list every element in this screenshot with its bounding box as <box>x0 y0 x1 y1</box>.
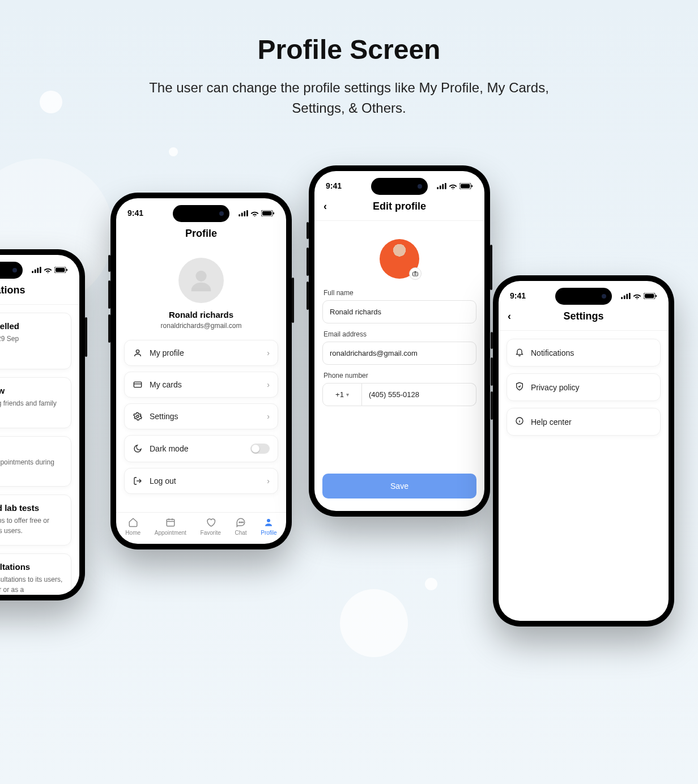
user-icon <box>263 517 274 527</box>
notification-card[interactable]: Discount offers Discounts on booking app… <box>0 436 71 487</box>
menu-label: My profile <box>150 348 260 357</box>
menu-label: Dark mode <box>150 444 244 453</box>
tab-label: Appointment <box>155 530 186 536</box>
chevron-down-icon: ▾ <box>346 391 349 398</box>
notification-card[interactable]: Free or discounted lab tests Collaborate… <box>0 495 71 546</box>
profile-name: Ronald richards <box>124 310 278 319</box>
menu-settings[interactable]: Settings › <box>124 403 278 429</box>
settings-label: Privacy policy <box>531 383 580 392</box>
phone-number-input[interactable]: (405) 555-0128 <box>362 383 476 406</box>
full-name-input[interactable]: Ronald richards <box>322 300 476 323</box>
notification-card[interactable]: Appointment cancelled Appointment cancel… <box>0 313 71 369</box>
chevron-right-icon: › <box>267 380 270 389</box>
svg-point-8 <box>136 350 139 353</box>
status-time: 9:41 <box>326 181 342 190</box>
settings-help[interactable]: Help center <box>507 408 661 436</box>
save-button[interactable]: Save <box>322 474 476 498</box>
tab-label: Profile <box>261 530 276 536</box>
profile-email: ronaldrichards@gmail.com <box>124 322 278 330</box>
screen-header: Edit profile <box>373 201 426 212</box>
user-icon <box>133 348 143 357</box>
chevron-right-icon: › <box>267 412 270 421</box>
notification-body: Appointment cancel for 29 Sep <box>0 334 63 344</box>
svg-rect-21 <box>413 272 418 276</box>
menu-dark-mode[interactable]: Dark mode <box>124 435 278 462</box>
logout-icon <box>133 476 143 485</box>
status-icons <box>32 267 68 273</box>
status-icons <box>239 210 275 216</box>
avatar-photo[interactable] <box>380 239 419 279</box>
gear-icon <box>133 412 143 421</box>
chevron-right-icon: › <box>267 476 270 485</box>
tab-profile[interactable]: Profile <box>261 517 276 536</box>
screen-header: Settings <box>563 310 603 322</box>
svg-point-17 <box>239 522 240 523</box>
status-icons <box>437 183 473 189</box>
notification-body: Offering free doctor consultations to it… <box>0 575 63 595</box>
heart-icon <box>206 517 216 527</box>
tab-chat[interactable]: Chat <box>235 517 246 536</box>
status-icons <box>621 293 657 299</box>
svg-point-18 <box>241 522 242 523</box>
phone-code-select[interactable]: +1 ▾ <box>322 383 362 406</box>
tab-favorite[interactable]: Favorite <box>201 517 221 536</box>
tab-label: Home <box>125 530 141 536</box>
notification-title: Free doctor consultations <box>0 562 63 572</box>
tab-bar: Home Appointment Favorite Chat Profile <box>116 512 286 544</box>
svg-point-7 <box>195 271 206 282</box>
menu-label: Settings <box>150 412 260 421</box>
status-time: 9:41 <box>127 208 143 218</box>
menu-log-out[interactable]: Log out › <box>124 468 278 494</box>
dark-mode-toggle[interactable] <box>250 444 270 454</box>
moon-icon <box>133 444 143 453</box>
notification-title: Free or discounted lab tests <box>0 503 63 513</box>
menu-my-profile[interactable]: My profile › <box>124 340 278 366</box>
svg-point-11 <box>137 415 139 417</box>
settings-privacy[interactable]: Privacy policy <box>507 373 661 401</box>
notification-body: Discounts on booking appointments during… <box>0 458 63 478</box>
menu-label: My cards <box>150 380 260 389</box>
svg-rect-13 <box>167 519 174 526</box>
notification-title: Refer and earn now <box>0 386 63 395</box>
phone-code-value: +1 <box>335 390 344 399</box>
notification-card[interactable]: Free doctor consultations Offering free … <box>0 553 71 595</box>
tab-home[interactable]: Home <box>125 517 141 536</box>
svg-rect-9 <box>134 382 141 387</box>
shield-icon <box>515 382 524 393</box>
tab-label: Chat <box>235 530 246 536</box>
menu-label: Log out <box>150 476 260 485</box>
phone-label: Phone number <box>324 372 475 380</box>
notification-body: Collaborate with local labs to offer fre… <box>0 516 63 536</box>
chat-icon <box>236 517 246 527</box>
calendar-icon <box>165 517 176 527</box>
tab-appointment[interactable]: Appointment <box>155 517 186 536</box>
screen-header: Notifications <box>0 279 79 305</box>
settings-label: Notifications <box>531 348 574 357</box>
full-name-label: Full name <box>324 289 475 297</box>
notification-time: 2h ago <box>0 350 63 359</box>
info-icon <box>515 416 524 427</box>
camera-button[interactable] <box>409 267 422 280</box>
svg-point-22 <box>415 273 416 275</box>
email-input[interactable]: ronaldrichards@gmail.com <box>322 342 476 365</box>
back-button[interactable]: ‹ <box>324 201 327 212</box>
notification-body: Get bonuses for referring friends and fa… <box>0 399 63 419</box>
notification-title: Discount offers <box>0 445 63 454</box>
status-time: 9:41 <box>510 291 526 300</box>
tab-label: Favorite <box>201 530 221 536</box>
home-icon <box>128 517 138 527</box>
svg-point-19 <box>242 522 244 523</box>
avatar-placeholder[interactable] <box>178 258 224 303</box>
page-title: Profile Screen <box>0 0 698 65</box>
card-icon <box>133 380 143 389</box>
svg-point-20 <box>267 519 270 522</box>
settings-notifications[interactable]: Notifications <box>507 339 661 367</box>
screen-header: Profile <box>116 222 286 248</box>
bell-icon <box>515 347 524 358</box>
settings-label: Help center <box>531 417 572 427</box>
notification-title: Appointment cancelled <box>0 321 63 331</box>
email-label: Email address <box>324 330 475 338</box>
back-button[interactable]: ‹ <box>508 310 511 322</box>
notification-card[interactable]: Refer and earn now Get bonuses for refer… <box>0 377 71 428</box>
menu-my-cards[interactable]: My cards › <box>124 372 278 398</box>
